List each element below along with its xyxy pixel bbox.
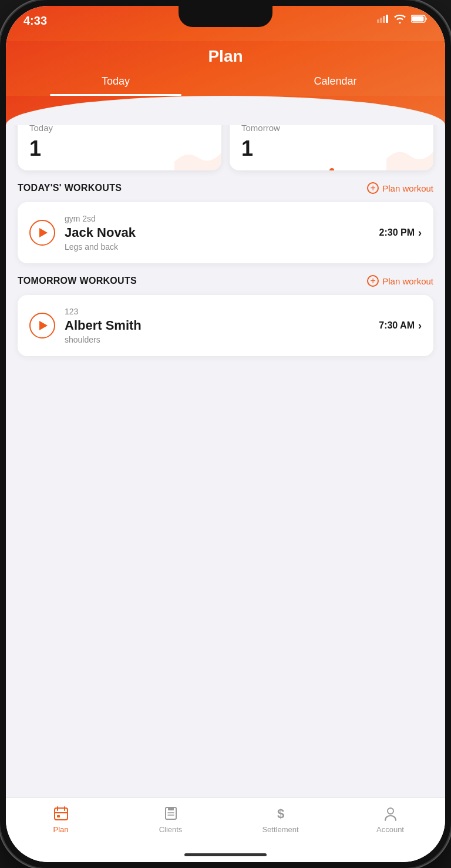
tomorrow-card-wave xyxy=(386,141,433,170)
plus-circle-icon: + xyxy=(367,182,379,194)
today-workout-time[interactable]: 2:30 PM › xyxy=(379,227,422,239)
today-plan-label: Plan workout xyxy=(382,183,433,193)
tab-bar: Today Calendar xyxy=(6,75,445,96)
svg-rect-0 xyxy=(377,19,379,23)
today-workout-card[interactable]: gym 2sd Jack Novak Legs and back 2:30 PM… xyxy=(18,202,433,263)
tomorrow-plan-label: Plan workout xyxy=(382,276,433,286)
nav-label-plan: Plan xyxy=(53,825,68,834)
today-workout-type: Legs and back xyxy=(65,242,370,252)
nav-item-plan[interactable]: Plan xyxy=(6,805,116,834)
tomorrow-card-label: Tomorrow xyxy=(241,125,422,133)
tomorrow-workout-type: shoulders xyxy=(65,335,369,344)
plan-icon xyxy=(53,805,69,822)
wifi-icon xyxy=(393,14,406,24)
svg-rect-2 xyxy=(383,16,385,23)
today-play-button[interactable] xyxy=(29,220,55,246)
tomorrow-section-header: TOMORROW WORKOUTS + Plan workout xyxy=(18,275,433,287)
tomorrow-workout-name: Albert Smith xyxy=(65,318,369,333)
tomorrow-play-button[interactable] xyxy=(29,313,55,339)
status-icons xyxy=(377,14,428,24)
nav-label-settlement: Settlement xyxy=(262,825,298,834)
phone-screen: 4:33 xyxy=(6,6,445,862)
today-time-value: 2:30 PM xyxy=(379,227,415,238)
today-workouts-section: TODAY'S' WORKOUTS + Plan workout gym 2sd xyxy=(18,182,433,263)
status-time: 4:33 xyxy=(23,14,47,28)
nav-item-account[interactable]: Account xyxy=(335,805,445,834)
today-section-title: TODAY'S' WORKOUTS xyxy=(18,183,122,193)
tomorrow-workout-gym: 123 xyxy=(65,307,369,316)
settlement-icon: $ xyxy=(272,805,289,822)
tomorrow-section-title: TOMORROW WORKOUTS xyxy=(18,276,137,286)
summary-cards: Today 1 Tomorrow 1 xyxy=(6,125,445,170)
today-chevron-icon: › xyxy=(418,227,422,239)
nav-label-account: Account xyxy=(376,825,404,834)
svg-rect-1 xyxy=(380,18,382,23)
nav-item-clients[interactable]: Clients xyxy=(116,805,226,834)
tomorrow-workout-time[interactable]: 7:30 AM › xyxy=(379,320,422,332)
notch xyxy=(179,6,272,27)
svg-rect-3 xyxy=(386,15,388,23)
tab-today[interactable]: Today xyxy=(6,75,226,96)
nav-item-settlement[interactable]: $ Settlement xyxy=(226,805,335,834)
today-section-header: TODAY'S' WORKOUTS + Plan workout xyxy=(18,182,433,194)
tomorrow-play-triangle-icon xyxy=(39,321,48,330)
today-card-wave xyxy=(174,141,221,170)
tomorrow-chevron-icon: › xyxy=(418,320,422,332)
svg-text:$: $ xyxy=(277,806,284,821)
svg-rect-10 xyxy=(57,815,60,817)
svg-rect-6 xyxy=(55,808,68,820)
page-title: Plan xyxy=(6,47,445,66)
tomorrow-time-value: 7:30 AM xyxy=(379,320,415,331)
main-content: Today 1 Tomorrow 1 xyxy=(6,125,445,862)
battery-icon xyxy=(411,15,428,23)
tomorrow-workout-card[interactable]: 123 Albert Smith shoulders 7:30 AM › xyxy=(18,295,433,356)
today-workout-name: Jack Novak xyxy=(65,225,370,240)
tomorrow-workout-info: 123 Albert Smith shoulders xyxy=(65,307,369,344)
svg-rect-5 xyxy=(412,16,424,22)
svg-rect-12 xyxy=(168,807,174,810)
clients-icon xyxy=(163,805,179,822)
tomorrow-summary-card[interactable]: Tomorrow 1 xyxy=(230,125,433,170)
svg-point-16 xyxy=(388,808,393,814)
today-workout-info: gym 2sd Jack Novak Legs and back xyxy=(65,214,370,252)
today-card-label: Today xyxy=(29,125,210,133)
play-triangle-icon xyxy=(39,228,48,237)
wave-decoration xyxy=(6,96,445,125)
today-workout-gym: gym 2sd xyxy=(65,214,370,223)
tomorrow-plus-circle-icon: + xyxy=(367,275,379,287)
today-plan-workout-button[interactable]: + Plan workout xyxy=(367,182,433,194)
tab-calendar[interactable]: Calendar xyxy=(226,75,445,96)
today-summary-card[interactable]: Today 1 xyxy=(18,125,221,170)
status-bar: 4:33 xyxy=(6,6,445,41)
home-indicator xyxy=(184,853,267,856)
tomorrow-workouts-section: TOMORROW WORKOUTS + Plan workout 123 Alb… xyxy=(18,275,433,356)
phone-frame: 4:33 xyxy=(0,0,451,868)
header: Plan Today Calendar xyxy=(6,41,445,96)
account-icon xyxy=(382,805,399,822)
bottom-nav: Plan Clients xyxy=(6,797,445,862)
nav-label-clients: Clients xyxy=(159,825,183,834)
tomorrow-plan-workout-button[interactable]: + Plan workout xyxy=(367,275,433,287)
signal-icon xyxy=(377,15,389,23)
